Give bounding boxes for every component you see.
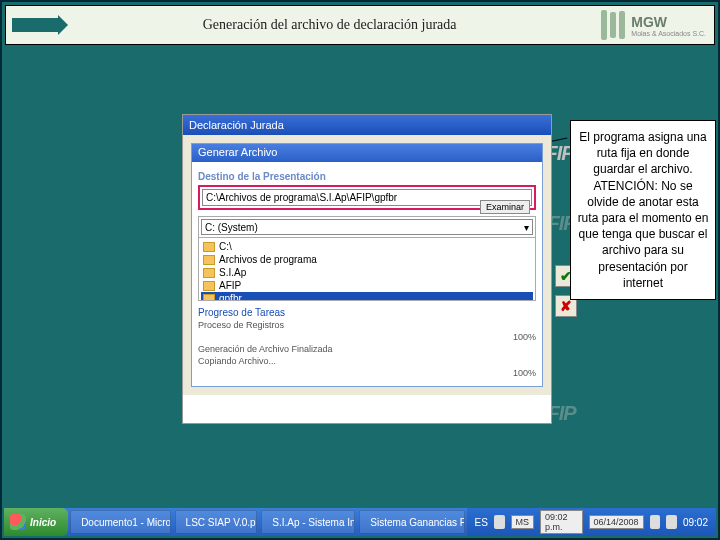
folder-item[interactable]: C:\ xyxy=(201,240,533,253)
start-button[interactable]: Inicio xyxy=(4,508,68,536)
brand-name: MGW xyxy=(631,14,706,30)
folder-item-selected[interactable]: gpfbr xyxy=(201,292,533,300)
task-pct: 100% xyxy=(513,368,536,378)
taskbar-item[interactable]: S.I.Ap - Sistema Int... xyxy=(261,510,355,534)
folder-item[interactable]: S.I.Ap xyxy=(201,266,533,279)
app-window: Declaración Jurada Generar Archivo Desti… xyxy=(182,114,552,424)
windows-logo-icon xyxy=(10,514,26,530)
taskbar-item[interactable]: Sistema Ganancias Pe... xyxy=(359,510,464,534)
browse-button[interactable]: Examinar xyxy=(480,200,530,214)
task-row: Proceso de Registros xyxy=(198,320,284,330)
tray-date: 06/14/2008 xyxy=(589,515,644,529)
folder-browser: C: (System) ▾ C:\ Archivos de programa S… xyxy=(198,216,536,301)
folder-icon xyxy=(203,281,215,291)
brand-logo: MGW Molas & Asociados S.C. xyxy=(601,10,714,40)
slide: Generación del archivo de declaración ju… xyxy=(0,0,720,540)
folder-list[interactable]: C:\ Archivos de programa S.I.Ap AFIP gpf… xyxy=(199,238,535,300)
dialog-title: Generar Archivo xyxy=(192,144,542,162)
arrow-right-icon xyxy=(12,18,58,32)
progress-section: Progreso de Tareas Proceso de Registros … xyxy=(198,307,536,378)
chevron-down-icon: ▾ xyxy=(524,222,529,233)
generate-file-dialog: Generar Archivo Destino de la Presentaci… xyxy=(191,143,543,387)
drive-label: C: (System) xyxy=(205,222,258,233)
folder-item[interactable]: AFIP xyxy=(201,279,533,292)
taskbar: Inicio Documento1 - Micros... LSC SIAP V… xyxy=(4,508,716,536)
tray-icon[interactable] xyxy=(666,515,677,529)
callout-box: El programa asigna una ruta fija en dond… xyxy=(570,120,716,300)
folder-icon xyxy=(203,242,215,252)
window-body: Generar Archivo Destino de la Presentaci… xyxy=(183,135,551,395)
tray-icon[interactable] xyxy=(650,515,661,529)
tray-ms: MS xyxy=(511,515,535,529)
brand-sub: Molas & Asociados S.C. xyxy=(631,30,706,37)
taskbar-item[interactable]: Documento1 - Micros... xyxy=(70,510,170,534)
language-indicator[interactable]: ES xyxy=(475,517,488,528)
tray-time: 09:02 p.m. xyxy=(540,510,582,534)
task-row: Copiando Archivo... xyxy=(198,356,276,366)
taskbar-item[interactable]: LSC SIAP V.0.ppt xyxy=(175,510,258,534)
destination-label: Destino de la Presentación xyxy=(198,171,536,182)
slide-header: Generación del archivo de declaración ju… xyxy=(5,5,715,45)
logo-bars-icon xyxy=(601,10,625,40)
task-pct: 100% xyxy=(513,332,536,342)
folder-icon xyxy=(203,255,215,265)
drive-dropdown[interactable]: C: (System) ▾ xyxy=(201,219,533,235)
slide-title: Generación del archivo de declaración ju… xyxy=(58,17,601,33)
folder-icon xyxy=(203,268,215,278)
progress-label: Progreso de Tareas xyxy=(198,307,536,318)
folder-icon xyxy=(203,294,215,301)
tray-clock: 09:02 xyxy=(683,517,708,528)
system-tray: ES MS 09:02 p.m. 06/14/2008 09:02 xyxy=(467,508,716,536)
tray-icon[interactable] xyxy=(494,515,505,529)
task-row: Generación de Archivo Finalizada xyxy=(198,344,333,354)
window-titlebar: Declaración Jurada xyxy=(183,115,551,135)
x-icon: ✘ xyxy=(560,298,572,314)
callout-text: El programa asigna una ruta fija en dond… xyxy=(578,130,709,290)
folder-item[interactable]: Archivos de programa xyxy=(201,253,533,266)
start-label: Inicio xyxy=(30,517,56,528)
